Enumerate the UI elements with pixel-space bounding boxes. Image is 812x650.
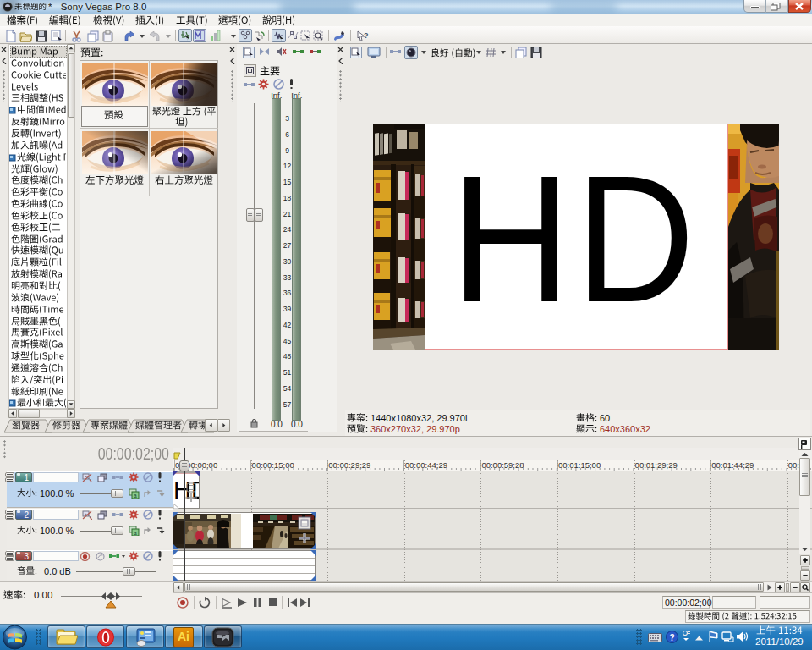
svg-text:a: a xyxy=(134,530,137,536)
svg-text:?: ? xyxy=(364,31,369,40)
svg-text:a: a xyxy=(134,493,137,499)
svg-text:?: ? xyxy=(670,633,675,642)
